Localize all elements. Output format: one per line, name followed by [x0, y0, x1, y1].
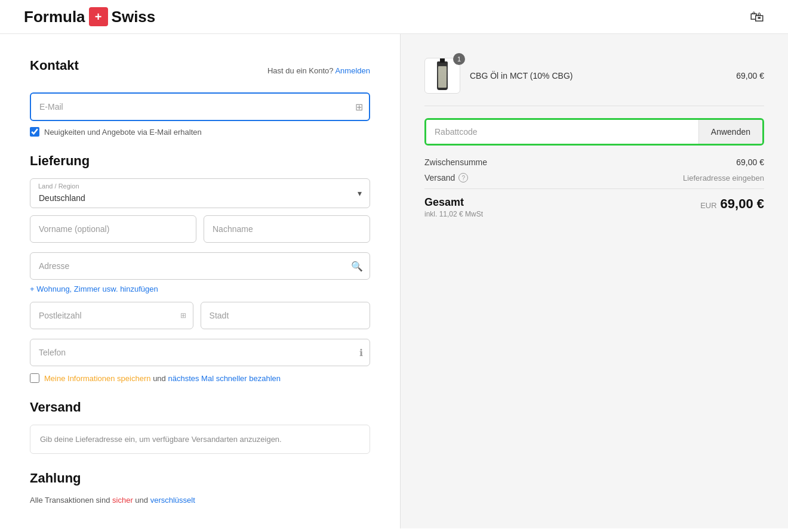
quantity-badge: 1	[453, 53, 465, 65]
left-panel: Kontakt Hast du ein Konto? Anmelden ⊞ Ne…	[0, 34, 400, 528]
zahlung-title: Zahlung	[30, 471, 370, 486]
lastname-wrapper	[204, 215, 370, 243]
login-link[interactable]: Anmelden	[335, 66, 370, 75]
login-prompt: Hast du ein Konto? Anmelden	[267, 66, 370, 75]
shipping-line: Versand ? Lieferadresse eingeben	[424, 173, 764, 183]
postal-city-row: ⊞	[30, 302, 370, 332]
email-icon: ⊞	[355, 101, 363, 113]
save-info-link1[interactable]: Meine Informationen speichern	[44, 374, 151, 383]
versand-section: Versand Gib deine Lieferadresse ein, um …	[30, 400, 370, 454]
logo-text-swiss: Swiss	[112, 8, 156, 26]
login-text: Hast du ein Konto?	[267, 66, 334, 75]
product-bottle-icon	[437, 61, 448, 90]
postal-input[interactable]	[30, 302, 193, 329]
kontakt-header: Kontakt Hast du ein Konto? Anmelden	[30, 58, 370, 83]
city-wrapper	[201, 302, 370, 329]
product-image-wrapper: 1	[424, 58, 460, 94]
main-container: Kontakt Hast du ein Konto? Anmelden ⊞ Ne…	[0, 34, 788, 528]
cart-icon[interactable]: 🛍	[750, 8, 764, 25]
product-row: 1 CBG Öl in MCT (10% CBG) 69,00 €	[424, 58, 764, 106]
discount-row: Anwenden	[424, 118, 764, 146]
right-panel: 1 CBG Öl in MCT (10% CBG) 69,00 € Anwend…	[400, 34, 788, 528]
logo: Formula + Swiss	[24, 7, 155, 26]
search-icon: 🔍	[351, 261, 363, 272]
country-select-wrapper: Land / Region Deutschland Österreich Sch…	[30, 178, 370, 208]
email-input[interactable]	[30, 92, 370, 121]
product-name: CBG Öl in MCT (10% CBG)	[470, 71, 727, 81]
header: Formula + Swiss 🛍	[0, 0, 788, 34]
country-select[interactable]: Deutschland Österreich Schweiz	[30, 178, 370, 208]
shipping-value: Lieferadresse eingeben	[683, 174, 764, 183]
zahlung-section: Zahlung Alle Transaktionen sind sicher u…	[30, 471, 370, 505]
city-input[interactable]	[201, 302, 370, 329]
postal-wrapper: ⊞	[30, 302, 193, 329]
newsletter-checkbox[interactable]	[30, 127, 39, 137]
shipping-label: Versand	[424, 173, 455, 183]
save-info-label: Meine Informationen speichern und nächst…	[44, 374, 281, 383]
country-label: Land / Region	[38, 183, 79, 190]
newsletter-row: Neuigkeiten und Angebote via E-Mail erha…	[30, 127, 370, 137]
phone-help-icon: ℹ	[359, 347, 363, 358]
total-price-block: EUR 69,00 €	[700, 196, 764, 212]
apply-discount-button[interactable]: Anwenden	[698, 120, 762, 144]
save-info-link2[interactable]: nächstes Mal schneller bezahlen	[168, 374, 281, 383]
discount-input[interactable]	[426, 120, 698, 144]
zahlung-verschluesselt-link[interactable]: verschlüsselt	[150, 496, 195, 505]
save-info-text: und	[153, 374, 168, 383]
versand-title: Versand	[30, 400, 370, 415]
versand-info-box: Gib deine Lieferadresse ein, um verfügba…	[30, 425, 370, 454]
zahlung-subtitle: Alle Transaktionen sind sicher und versc…	[30, 496, 370, 505]
kontakt-title: Kontakt	[30, 58, 79, 73]
shipping-label-wrapper: Versand ?	[424, 173, 468, 183]
logo-cross-icon: +	[89, 7, 108, 26]
address-input[interactable]	[30, 252, 370, 280]
total-tax: inkl. 11,02 € MwSt	[424, 210, 483, 218]
email-wrapper: ⊞	[30, 92, 370, 121]
name-row	[30, 215, 370, 245]
logo-text-formula: Formula	[24, 8, 85, 26]
save-info-row: Meine Informationen speichern und nächst…	[30, 373, 370, 383]
total-currency: EUR	[700, 201, 716, 210]
zahlung-sicher-link[interactable]: sicher	[112, 496, 133, 505]
total-label-block: Gesamt inkl. 11,02 € MwSt	[424, 196, 483, 218]
subtotal-line: Zwischensumme 69,00 €	[424, 157, 764, 167]
add-apartment-link[interactable]: + Wohnung, Zimmer usw. hinzufügen	[30, 284, 370, 293]
total-label: Gesamt	[424, 196, 483, 209]
lieferung-section: Lieferung Land / Region Deutschland Öste…	[30, 153, 370, 383]
product-price: 69,00 €	[736, 71, 764, 81]
address-wrapper: 🔍	[30, 252, 370, 280]
phone-input[interactable]	[30, 339, 370, 366]
lieferung-title: Lieferung	[30, 153, 370, 169]
total-amount: 69,00 €	[721, 196, 764, 212]
save-info-checkbox[interactable]	[30, 373, 39, 383]
versand-info-text: Gib deine Lieferadresse ein, um verfügba…	[40, 435, 282, 444]
postal-icon: ⊞	[180, 311, 186, 320]
phone-wrapper: ℹ	[30, 339, 370, 366]
firstname-wrapper	[30, 215, 196, 243]
shipping-help-icon[interactable]: ?	[458, 173, 468, 183]
subtotal-label: Zwischensumme	[424, 157, 487, 167]
firstname-input[interactable]	[30, 215, 196, 243]
total-line: Gesamt inkl. 11,02 € MwSt EUR 69,00 €	[424, 188, 764, 218]
zahlung-und: und	[135, 496, 150, 505]
lastname-input[interactable]	[204, 215, 370, 243]
subtotal-value: 69,00 €	[736, 157, 764, 167]
newsletter-label: Neuigkeiten und Angebote via E-Mail erha…	[44, 128, 202, 137]
